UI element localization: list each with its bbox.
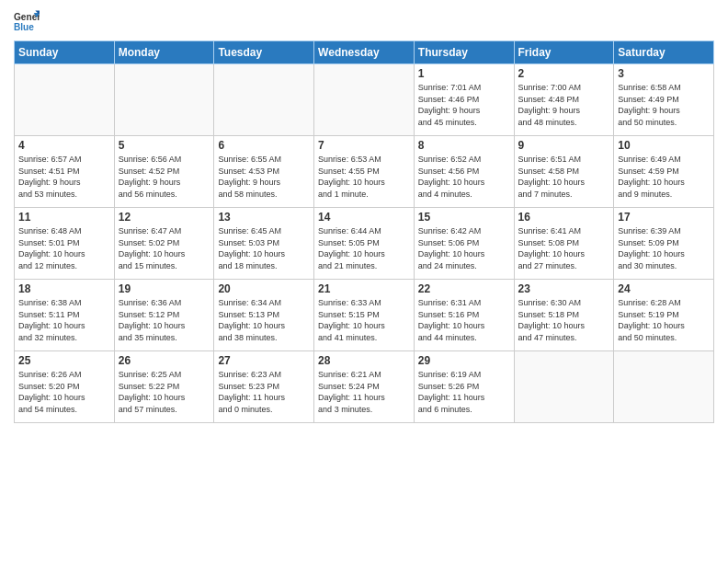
day-number: 14 [318, 211, 410, 224]
day-number: 8 [418, 139, 510, 152]
day-info: Sunrise: 6:44 AM Sunset: 5:05 PM Dayligh… [318, 225, 410, 271]
day-number: 10 [618, 139, 710, 152]
day-info: Sunrise: 6:53 AM Sunset: 4:55 PM Dayligh… [318, 154, 410, 200]
calendar-cell: 3Sunrise: 6:58 AM Sunset: 4:49 PM Daylig… [614, 64, 714, 136]
calendar-cell: 2Sunrise: 7:00 AM Sunset: 4:48 PM Daylig… [514, 64, 614, 136]
calendar-cell: 16Sunrise: 6:41 AM Sunset: 5:08 PM Dayli… [514, 208, 614, 280]
day-info: Sunrise: 6:58 AM Sunset: 4:49 PM Dayligh… [618, 82, 710, 128]
weekday-header-monday: Monday [114, 41, 214, 64]
weekday-header-tuesday: Tuesday [214, 41, 314, 64]
calendar-cell: 15Sunrise: 6:42 AM Sunset: 5:06 PM Dayli… [414, 208, 514, 280]
calendar-cell: 18Sunrise: 6:38 AM Sunset: 5:11 PM Dayli… [15, 280, 115, 351]
day-info: Sunrise: 7:01 AM Sunset: 4:46 PM Dayligh… [418, 82, 510, 128]
day-number: 3 [618, 67, 710, 80]
week-row-2: 4Sunrise: 6:57 AM Sunset: 4:51 PM Daylig… [15, 136, 714, 208]
calendar-cell: 7Sunrise: 6:53 AM Sunset: 4:55 PM Daylig… [314, 136, 415, 208]
day-info: Sunrise: 6:31 AM Sunset: 5:16 PM Dayligh… [418, 297, 510, 343]
calendar-cell: 23Sunrise: 6:30 AM Sunset: 5:18 PM Dayli… [514, 280, 614, 351]
calendar-cell: 28Sunrise: 6:21 AM Sunset: 5:24 PM Dayli… [314, 351, 415, 423]
day-info: Sunrise: 6:28 AM Sunset: 5:19 PM Dayligh… [618, 297, 710, 343]
day-info: Sunrise: 6:57 AM Sunset: 4:51 PM Dayligh… [18, 154, 110, 200]
calendar-cell: 4Sunrise: 6:57 AM Sunset: 4:51 PM Daylig… [15, 136, 115, 208]
calendar-cell: 8Sunrise: 6:52 AM Sunset: 4:56 PM Daylig… [414, 136, 514, 208]
day-info: Sunrise: 6:52 AM Sunset: 4:56 PM Dayligh… [418, 154, 510, 200]
week-row-3: 11Sunrise: 6:48 AM Sunset: 5:01 PM Dayli… [15, 208, 714, 280]
day-number: 5 [119, 139, 210, 152]
calendar-cell: 20Sunrise: 6:34 AM Sunset: 5:13 PM Dayli… [214, 280, 314, 351]
day-number: 7 [318, 139, 410, 152]
day-info: Sunrise: 6:19 AM Sunset: 5:26 PM Dayligh… [418, 369, 510, 415]
day-number: 24 [618, 282, 710, 295]
calendar-cell [614, 351, 714, 423]
day-info: Sunrise: 6:42 AM Sunset: 5:06 PM Dayligh… [418, 225, 510, 271]
day-info: Sunrise: 6:39 AM Sunset: 5:09 PM Dayligh… [618, 225, 710, 271]
day-number: 19 [119, 282, 210, 295]
day-info: Sunrise: 6:51 AM Sunset: 4:58 PM Dayligh… [518, 154, 610, 200]
calendar-cell: 22Sunrise: 6:31 AM Sunset: 5:16 PM Dayli… [414, 280, 514, 351]
calendar-cell: 19Sunrise: 6:36 AM Sunset: 5:12 PM Dayli… [114, 280, 214, 351]
day-number: 29 [418, 354, 510, 367]
calendar-cell: 29Sunrise: 6:19 AM Sunset: 5:26 PM Dayli… [414, 351, 514, 423]
day-number: 1 [418, 67, 510, 80]
day-number: 28 [318, 354, 410, 367]
svg-text:Blue: Blue [14, 22, 34, 32]
day-number: 17 [618, 211, 710, 224]
day-info: Sunrise: 6:25 AM Sunset: 5:22 PM Dayligh… [119, 369, 210, 415]
day-number: 11 [18, 211, 110, 224]
day-number: 18 [18, 282, 110, 295]
day-number: 16 [518, 211, 610, 224]
day-number: 15 [418, 211, 510, 224]
day-info: Sunrise: 6:30 AM Sunset: 5:18 PM Dayligh… [518, 297, 610, 343]
calendar-cell: 11Sunrise: 6:48 AM Sunset: 5:01 PM Dayli… [15, 208, 115, 280]
day-number: 27 [218, 354, 310, 367]
week-row-5: 25Sunrise: 6:26 AM Sunset: 5:20 PM Dayli… [15, 351, 714, 423]
weekday-header-thursday: Thursday [414, 41, 514, 64]
day-number: 12 [119, 211, 210, 224]
weekday-header-wednesday: Wednesday [314, 41, 415, 64]
day-info: Sunrise: 6:48 AM Sunset: 5:01 PM Dayligh… [18, 225, 110, 271]
calendar-cell: 9Sunrise: 6:51 AM Sunset: 4:58 PM Daylig… [514, 136, 614, 208]
day-info: Sunrise: 6:33 AM Sunset: 5:15 PM Dayligh… [318, 297, 410, 343]
day-number: 26 [119, 354, 210, 367]
weekday-header-sunday: Sunday [15, 41, 115, 64]
calendar-cell [314, 64, 415, 136]
day-info: Sunrise: 6:38 AM Sunset: 5:11 PM Dayligh… [18, 297, 110, 343]
calendar-cell: 26Sunrise: 6:25 AM Sunset: 5:22 PM Dayli… [114, 351, 214, 423]
calendar-cell: 14Sunrise: 6:44 AM Sunset: 5:05 PM Dayli… [314, 208, 415, 280]
day-number: 25 [18, 354, 110, 367]
calendar-table: SundayMondayTuesdayWednesdayThursdayFrid… [14, 40, 714, 423]
day-info: Sunrise: 6:23 AM Sunset: 5:23 PM Dayligh… [218, 369, 310, 415]
calendar-cell: 10Sunrise: 6:49 AM Sunset: 4:59 PM Dayli… [614, 136, 714, 208]
day-number: 21 [318, 282, 410, 295]
calendar-cell: 1Sunrise: 7:01 AM Sunset: 4:46 PM Daylig… [414, 64, 514, 136]
day-info: Sunrise: 6:21 AM Sunset: 5:24 PM Dayligh… [318, 369, 410, 415]
calendar-cell [214, 64, 314, 136]
day-info: Sunrise: 6:47 AM Sunset: 5:02 PM Dayligh… [119, 225, 210, 271]
calendar-cell: 21Sunrise: 6:33 AM Sunset: 5:15 PM Dayli… [314, 280, 415, 351]
day-number: 4 [18, 139, 110, 152]
calendar-cell: 12Sunrise: 6:47 AM Sunset: 5:02 PM Dayli… [114, 208, 214, 280]
calendar-cell: 6Sunrise: 6:55 AM Sunset: 4:53 PM Daylig… [214, 136, 314, 208]
calendar-cell: 13Sunrise: 6:45 AM Sunset: 5:03 PM Dayli… [214, 208, 314, 280]
day-info: Sunrise: 6:55 AM Sunset: 4:53 PM Dayligh… [218, 154, 310, 200]
calendar-cell [15, 64, 115, 136]
day-info: Sunrise: 6:34 AM Sunset: 5:13 PM Dayligh… [218, 297, 310, 343]
day-number: 9 [518, 139, 610, 152]
weekday-header-row: SundayMondayTuesdayWednesdayThursdayFrid… [15, 41, 714, 64]
day-info: Sunrise: 6:49 AM Sunset: 4:59 PM Dayligh… [618, 154, 710, 200]
day-number: 23 [518, 282, 610, 295]
day-number: 2 [518, 67, 610, 80]
day-number: 20 [218, 282, 310, 295]
header: General Blue [14, 9, 714, 35]
logo: General Blue [14, 9, 40, 35]
day-info: Sunrise: 7:00 AM Sunset: 4:48 PM Dayligh… [518, 82, 610, 128]
calendar-cell: 27Sunrise: 6:23 AM Sunset: 5:23 PM Dayli… [214, 351, 314, 423]
weekday-header-friday: Friday [514, 41, 614, 64]
week-row-4: 18Sunrise: 6:38 AM Sunset: 5:11 PM Dayli… [15, 280, 714, 351]
day-info: Sunrise: 6:45 AM Sunset: 5:03 PM Dayligh… [218, 225, 310, 271]
calendar-cell: 17Sunrise: 6:39 AM Sunset: 5:09 PM Dayli… [614, 208, 714, 280]
day-info: Sunrise: 6:36 AM Sunset: 5:12 PM Dayligh… [119, 297, 210, 343]
week-row-1: 1Sunrise: 7:01 AM Sunset: 4:46 PM Daylig… [15, 64, 714, 136]
day-number: 13 [218, 211, 310, 224]
day-number: 22 [418, 282, 510, 295]
